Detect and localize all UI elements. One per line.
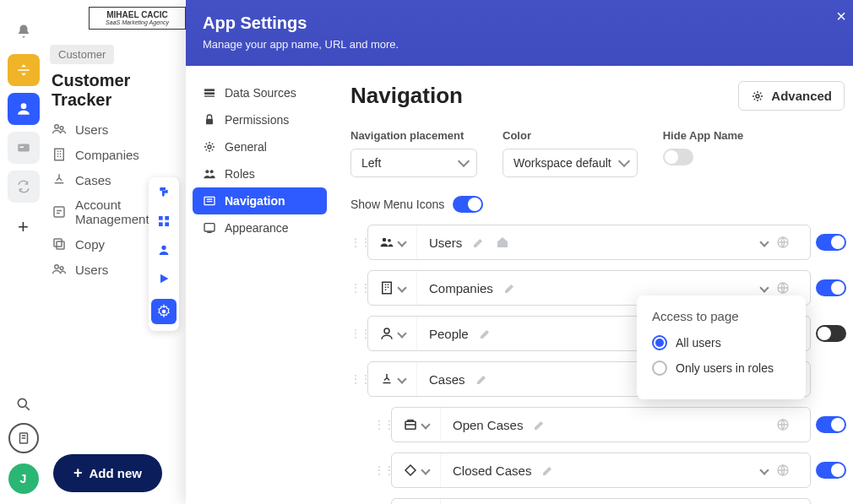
page-title: Navigation xyxy=(350,83,463,109)
chevron-down-icon[interactable] xyxy=(759,283,769,292)
svg-rect-14 xyxy=(159,222,163,226)
breadcrumb[interactable]: Customer xyxy=(50,45,114,64)
globe-icon[interactable] xyxy=(776,418,790,431)
tool-settings-icon[interactable] xyxy=(151,299,177,324)
sidebar-item-roles[interactable]: Roles xyxy=(193,160,327,187)
drag-handle-icon[interactable]: ⋮⋮ xyxy=(350,328,362,339)
hide-label: Hide App Name xyxy=(663,129,744,142)
show-menu-label: Show Menu Icons xyxy=(350,198,444,211)
settings-header: App Settings Manage your app name, URL a… xyxy=(186,0,853,66)
tool-play-icon[interactable] xyxy=(155,270,172,287)
workspace-icon[interactable] xyxy=(8,423,39,453)
sidebar-item-general[interactable]: General xyxy=(193,133,327,160)
drag-handle-icon[interactable]: ⋮⋮ xyxy=(374,419,386,431)
icon-rail: + J xyxy=(0,0,46,504)
pencil-icon[interactable] xyxy=(472,236,486,249)
svg-point-17 xyxy=(162,310,166,314)
nav-item-companies[interactable]: Companies xyxy=(52,147,186,162)
bell-icon[interactable] xyxy=(8,15,40,47)
sidebar-item-appearance[interactable]: Appearance xyxy=(193,214,327,241)
navrow-users: ⋮⋮ Users xyxy=(350,225,846,260)
hide-toggle[interactable] xyxy=(663,149,693,165)
svg-rect-9 xyxy=(54,239,62,247)
app-title: Customer Tracker xyxy=(52,71,186,110)
row-toggle[interactable] xyxy=(816,234,846,251)
svg-point-28 xyxy=(383,238,387,242)
pencil-icon[interactable] xyxy=(533,418,546,431)
svg-rect-20 xyxy=(204,95,215,96)
row-toggle[interactable] xyxy=(816,279,846,296)
sidebar-item-datasources[interactable]: Data Sources xyxy=(193,79,327,106)
tool-grid-icon[interactable] xyxy=(155,213,172,230)
pencil-icon[interactable] xyxy=(541,463,555,477)
add-new-button[interactable]: +Add new xyxy=(53,454,162,492)
chevron-down-icon[interactable] xyxy=(759,465,769,474)
svg-rect-21 xyxy=(206,119,213,125)
navrow-open-cases: ⋮⋮ Open Cases xyxy=(374,407,846,442)
placement-label: Navigation placement xyxy=(350,129,477,142)
svg-rect-15 xyxy=(165,222,169,226)
placement-select[interactable]: Left xyxy=(350,149,477,177)
advanced-button[interactable]: Advanced xyxy=(738,81,845,111)
color-label: Color xyxy=(503,129,638,142)
chevron-down-icon[interactable] xyxy=(759,237,769,247)
globe-icon[interactable] xyxy=(776,236,790,249)
globe-icon[interactable] xyxy=(776,463,790,477)
radio-only-roles[interactable]: Only users in roles xyxy=(652,360,791,376)
app-icon-users[interactable] xyxy=(8,93,40,125)
avatar[interactable]: J xyxy=(8,463,39,494)
drag-handle-icon[interactable]: ⋮⋮ xyxy=(374,464,386,476)
row-label: People xyxy=(429,327,469,341)
row-toggle[interactable] xyxy=(816,462,846,479)
svg-rect-6 xyxy=(55,149,64,160)
svg-rect-13 xyxy=(165,216,169,220)
pencil-icon[interactable] xyxy=(475,372,489,386)
row-box[interactable]: Users xyxy=(367,225,811,260)
svg-rect-1 xyxy=(19,147,24,149)
sidebar-item-permissions[interactable]: Permissions xyxy=(193,106,327,133)
row-label: Companies xyxy=(429,281,493,295)
tool-person-icon[interactable] xyxy=(155,241,172,258)
svg-point-33 xyxy=(384,328,389,333)
row-box[interactable]: Open Cases xyxy=(391,407,811,442)
show-menu-toggle[interactable] xyxy=(453,196,483,213)
drag-handle-icon[interactable]: ⋮⋮ xyxy=(350,373,362,385)
color-select[interactable]: Workspace default xyxy=(503,149,638,177)
navrow-all-cases: ⋮⋮ All Cases xyxy=(374,498,846,504)
app-icon-sync[interactable] xyxy=(8,171,40,203)
radio-all-users[interactable]: All users xyxy=(652,335,791,350)
drag-handle-icon[interactable]: ⋮⋮ xyxy=(350,236,362,248)
svg-rect-8 xyxy=(57,241,64,249)
drag-handle-icon[interactable]: ⋮⋮ xyxy=(350,282,362,294)
row-label: Users xyxy=(429,236,462,250)
pencil-icon[interactable] xyxy=(479,327,492,340)
search-icon[interactable] xyxy=(15,396,32,413)
svg-point-24 xyxy=(210,170,214,173)
add-app-icon[interactable]: + xyxy=(18,216,29,238)
sidebar-item-navigation[interactable]: Navigation xyxy=(193,187,327,214)
home-icon[interactable] xyxy=(496,236,509,249)
svg-point-27 xyxy=(756,95,759,98)
row-toggle[interactable] xyxy=(816,325,846,342)
settings-subtitle: Manage your app name, URL and more. xyxy=(203,38,836,51)
svg-point-29 xyxy=(388,239,391,242)
pencil-icon[interactable] xyxy=(503,281,517,295)
svg-point-11 xyxy=(60,267,63,270)
nav-item-users[interactable]: Users xyxy=(52,122,186,137)
row-box[interactable]: All Cases xyxy=(391,498,811,504)
svg-point-5 xyxy=(60,127,63,130)
settings-main: Navigation Advanced Navigation placement… xyxy=(334,66,853,504)
globe-icon[interactable] xyxy=(776,281,790,295)
row-toggle[interactable] xyxy=(816,416,846,433)
close-icon[interactable]: × xyxy=(836,7,846,26)
tool-paint-icon[interactable] xyxy=(155,184,172,201)
svg-rect-7 xyxy=(54,207,64,217)
radio-icon xyxy=(652,335,667,350)
app-icon-1[interactable] xyxy=(8,54,40,86)
app-icon-card[interactable] xyxy=(8,132,40,164)
access-popover: Access to page All users Only users in r… xyxy=(637,295,806,399)
row-label: Open Cases xyxy=(453,418,523,432)
settings-panel: App Settings Manage your app name, URL a… xyxy=(186,0,853,504)
svg-point-16 xyxy=(161,246,166,250)
row-box[interactable]: Closed Cases xyxy=(391,453,811,488)
